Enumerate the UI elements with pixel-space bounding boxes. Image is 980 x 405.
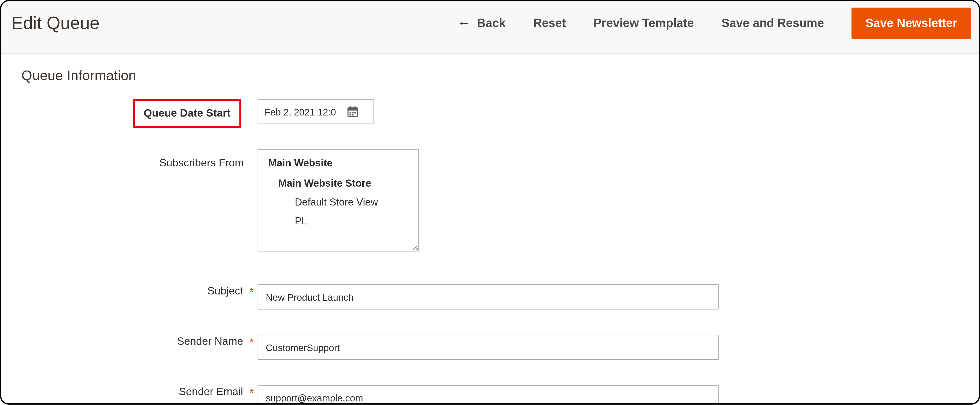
subject-label: Subject bbox=[207, 285, 243, 297]
row-subscribers-from: Subscribers From Main Website Main Websi… bbox=[21, 150, 978, 252]
reset-button[interactable]: Reset bbox=[533, 16, 566, 30]
back-label: Back bbox=[477, 16, 506, 30]
section-title: Queue Information bbox=[2, 54, 979, 99]
save-newsletter-button[interactable]: Save Newsletter bbox=[852, 8, 971, 39]
queue-date-start-label: Queue Date Start bbox=[133, 99, 241, 128]
subscribers-from-label: Subscribers From bbox=[159, 157, 243, 170]
sender-email-input[interactable] bbox=[258, 385, 719, 405]
optgroup-store: Main Website Store bbox=[278, 178, 412, 189]
save-label: Save Newsletter bbox=[865, 16, 957, 30]
svg-rect-3 bbox=[355, 106, 356, 109]
queue-date-start-input[interactable] bbox=[264, 106, 346, 117]
svg-rect-1 bbox=[348, 108, 358, 110]
reset-label: Reset bbox=[533, 16, 566, 30]
svg-rect-6 bbox=[355, 112, 356, 113]
required-icon: * bbox=[250, 285, 254, 298]
svg-rect-5 bbox=[352, 112, 353, 113]
page-title: Edit Queue bbox=[9, 13, 100, 33]
preview-template-button[interactable]: Preview Template bbox=[593, 16, 694, 30]
svg-rect-4 bbox=[350, 112, 351, 113]
form: Queue Date Start bbox=[2, 99, 979, 405]
sender-name-label: Sender Name bbox=[177, 335, 243, 348]
subject-input[interactable] bbox=[258, 284, 719, 309]
queue-date-start-field[interactable] bbox=[258, 99, 374, 124]
row-sender-name: Sender Name * bbox=[21, 335, 978, 360]
required-icon: * bbox=[250, 386, 254, 400]
save-and-resume-button[interactable]: Save and Resume bbox=[722, 16, 824, 30]
svg-rect-2 bbox=[350, 106, 351, 109]
label-col: Subscribers From bbox=[21, 150, 258, 170]
svg-rect-8 bbox=[352, 114, 353, 115]
save-resume-label: Save and Resume bbox=[722, 16, 824, 30]
header-actions: ← Back Reset Preview Template Save and R… bbox=[457, 8, 971, 39]
row-sender-email: Sender Email * bbox=[21, 385, 978, 405]
label-col: Sender Email * bbox=[21, 385, 258, 398]
preview-label: Preview Template bbox=[593, 16, 694, 30]
arrow-left-icon: ← bbox=[457, 16, 471, 30]
label-col: Subject * bbox=[21, 284, 258, 297]
svg-rect-7 bbox=[350, 114, 351, 115]
back-button[interactable]: ← Back bbox=[457, 16, 506, 30]
option-pl[interactable]: PL bbox=[295, 216, 412, 227]
sender-name-input[interactable] bbox=[258, 335, 719, 360]
page-header: Edit Queue ← Back Reset Preview Template… bbox=[2, 2, 979, 54]
label-col: Queue Date Start bbox=[21, 99, 258, 128]
sender-email-label: Sender Email bbox=[179, 386, 243, 399]
row-queue-date-start: Queue Date Start bbox=[21, 99, 978, 128]
calendar-icon[interactable] bbox=[347, 105, 359, 118]
subscribers-from-select[interactable]: Main Website Main Website Store Default … bbox=[258, 150, 419, 252]
label-col: Sender Name * bbox=[21, 335, 258, 348]
required-icon: * bbox=[250, 336, 254, 349]
option-default-store-view[interactable]: Default Store View bbox=[295, 197, 412, 208]
row-subject: Subject * bbox=[21, 284, 978, 309]
optgroup-website: Main Website bbox=[268, 158, 412, 169]
